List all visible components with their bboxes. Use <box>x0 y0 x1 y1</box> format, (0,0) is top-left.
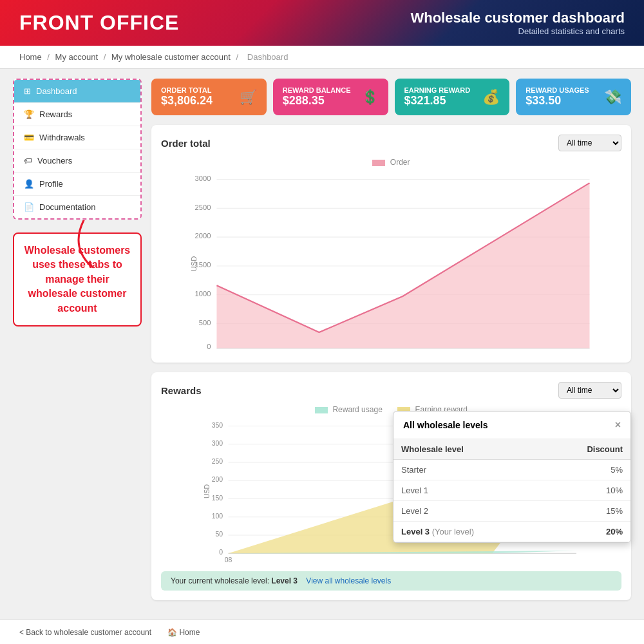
dashboard-icon: ⊞ <box>24 86 31 96</box>
svg-text:50: 50 <box>216 531 223 538</box>
sidebar-item-withdrawals[interactable]: 💳 Withdrawals <box>14 126 140 149</box>
table-row-highlight: Level 3 (Your level) 20% <box>393 522 630 542</box>
current-level-box: Your current wholesale level: Level 3 Vi… <box>161 571 621 591</box>
rewards-chart-header: Rewards All time Last month <box>161 382 621 399</box>
stat-order-total-value: $3,806.24 <box>161 94 213 108</box>
table-row: Starter 5% <box>393 460 630 480</box>
current-level-value: Level 3 <box>271 576 298 585</box>
table-row: Level 1 10% <box>393 480 630 501</box>
table-row: Level 2 15% <box>393 501 630 522</box>
order-chart-legend: Order <box>161 158 621 167</box>
level-3: Level 3 (Your level) <box>393 522 544 542</box>
wholesale-levels-popup: All wholesale levels × Wholesale level D… <box>393 411 631 543</box>
order-chart-container: Order total All time Last month Last yea… <box>151 125 631 363</box>
breadcrumb-current: Dashboard <box>247 52 289 62</box>
rewards-legend-usage: Reward usage <box>332 405 382 414</box>
popup-title: All wholesale levels <box>403 420 488 430</box>
level-1: Level 1 <box>393 480 544 501</box>
discount-3: 20% <box>544 522 630 542</box>
sidebar-wrapper: ⊞ Dashboard 🏆 Rewards 💳 Withdrawals 🏷 Vo… <box>13 79 142 610</box>
popup-header: All wholesale levels × <box>393 412 630 439</box>
popup-close-button[interactable]: × <box>615 419 621 431</box>
stat-reward-balance: Reward balance $288.35 💲 <box>273 79 388 115</box>
annotation-arrow-svg <box>64 220 103 272</box>
right-content: Order total $3,806.24 🛒 Reward balance $… <box>151 79 631 610</box>
sidebar-item-documentation[interactable]: 📄 Documentation <box>14 196 140 218</box>
stat-order-total-label: Order total <box>161 86 213 94</box>
stat-earning-reward-value: $321.85 <box>404 94 471 108</box>
rewards-chart-dropdown[interactable]: All time Last month <box>558 382 621 399</box>
sidebar-item-profile[interactable]: 👤 Profile <box>14 173 140 196</box>
svg-text:1000: 1000 <box>195 290 211 298</box>
svg-text:500: 500 <box>199 319 211 327</box>
stat-order-total-icon: 🛒 <box>240 89 257 106</box>
breadcrumb: Home / My account / My wholesale custome… <box>0 46 644 69</box>
svg-text:300: 300 <box>212 440 223 447</box>
main-content: ⊞ Dashboard 🏆 Rewards 💳 Withdrawals 🏷 Vo… <box>0 69 644 620</box>
sidebar-item-profile-label: Profile <box>39 179 63 189</box>
order-chart-svg: 3000 2500 2000 1500 1000 500 0 USD <box>161 170 621 350</box>
breadcrumb-wholesale-account[interactable]: My wholesale customer account <box>111 52 231 62</box>
breadcrumb-sep3: / <box>236 52 239 62</box>
breadcrumb-sep1: / <box>47 52 50 62</box>
svg-text:200: 200 <box>212 476 223 483</box>
svg-text:0: 0 <box>207 343 211 350</box>
svg-marker-0 <box>87 260 93 269</box>
breadcrumb-my-account[interactable]: My account <box>55 52 98 62</box>
home-link[interactable]: 🏠 Home <box>167 628 200 637</box>
sidebar-item-rewards[interactable]: 🏆 Rewards <box>14 103 140 126</box>
stat-earning-reward: Earning reward $321.85 💰 <box>395 79 510 115</box>
rewards-chart-title: Rewards <box>161 385 202 396</box>
sidebar-item-vouchers-label: Vouchers <box>37 156 72 166</box>
sidebar-item-dashboard[interactable]: ⊞ Dashboard <box>14 80 140 103</box>
popup-table: Wholesale level Discount Starter 5% Leve… <box>393 439 630 542</box>
stat-reward-balance-value: $288.35 <box>283 94 351 108</box>
withdrawals-icon: 💳 <box>24 133 34 142</box>
sidebar-item-rewards-label: Rewards <box>39 109 72 119</box>
vouchers-icon: 🏷 <box>24 156 32 166</box>
back-to-wholesale-link[interactable]: < Back to wholesale customer account <box>19 628 151 637</box>
stat-earning-reward-icon: 💰 <box>482 89 500 106</box>
sidebar-item-withdrawals-label: Withdrawals <box>39 133 85 142</box>
svg-text:3000: 3000 <box>195 175 211 182</box>
current-level-text: Your current wholesale level: <box>171 576 271 585</box>
stat-reward-usages-icon: 💸 <box>604 89 621 106</box>
stat-reward-usages-label: Reward usages <box>526 86 589 94</box>
logo: FRONT OFFICE <box>19 11 179 35</box>
header-title: Wholesale customer dashboard <box>410 10 625 26</box>
order-chart-dropdown[interactable]: All time Last month Last year <box>558 135 621 151</box>
svg-text:2000: 2000 <box>195 232 211 240</box>
breadcrumb-sep2: / <box>104 52 106 62</box>
stat-reward-balance-label: Reward balance <box>283 86 351 94</box>
stat-reward-usages: Reward usages $33.50 💸 <box>516 79 631 115</box>
discount-1: 10% <box>544 480 630 501</box>
svg-text:USD: USD <box>204 484 211 498</box>
popup-col-level: Wholesale level <box>393 439 544 460</box>
stat-reward-balance-icon: 💲 <box>361 89 379 106</box>
level-2: Level 2 <box>393 501 544 522</box>
view-all-levels-link[interactable]: View all wholesale levels <box>306 576 391 585</box>
header-subtitle: Detailed statistics and charts <box>410 26 625 36</box>
profile-icon: 👤 <box>24 179 34 189</box>
order-chart-title: Order total <box>161 138 211 149</box>
stats-row: Order total $3,806.24 🛒 Reward balance $… <box>151 79 631 115</box>
breadcrumb-home[interactable]: Home <box>19 52 42 62</box>
rewards-icon: 🏆 <box>24 109 34 119</box>
stat-order-total: Order total $3,806.24 🛒 <box>151 79 267 115</box>
svg-text:100: 100 <box>212 513 223 520</box>
svg-text:350: 350 <box>212 422 223 429</box>
discount-2: 15% <box>544 501 630 522</box>
sidebar-item-documentation-label: Documentation <box>39 202 95 212</box>
stat-reward-usages-value: $33.50 <box>526 94 589 108</box>
sidebar-item-vouchers[interactable]: 🏷 Vouchers <box>14 149 140 173</box>
order-legend-label: Order <box>390 158 410 167</box>
footer: < Back to wholesale customer account 🏠 H… <box>0 620 644 644</box>
discount-starter: 5% <box>544 460 630 480</box>
rewards-chart-container: Rewards All time Last month Reward usage… <box>151 372 631 600</box>
svg-text:0: 0 <box>219 549 223 556</box>
stat-earning-reward-label: Earning reward <box>404 86 471 94</box>
order-chart-header: Order total All time Last month Last yea… <box>161 135 621 151</box>
header-right: Wholesale customer dashboard Detailed st… <box>410 10 625 36</box>
documentation-icon: 📄 <box>24 202 34 212</box>
header: FRONT OFFICE Wholesale customer dashboar… <box>0 0 644 46</box>
